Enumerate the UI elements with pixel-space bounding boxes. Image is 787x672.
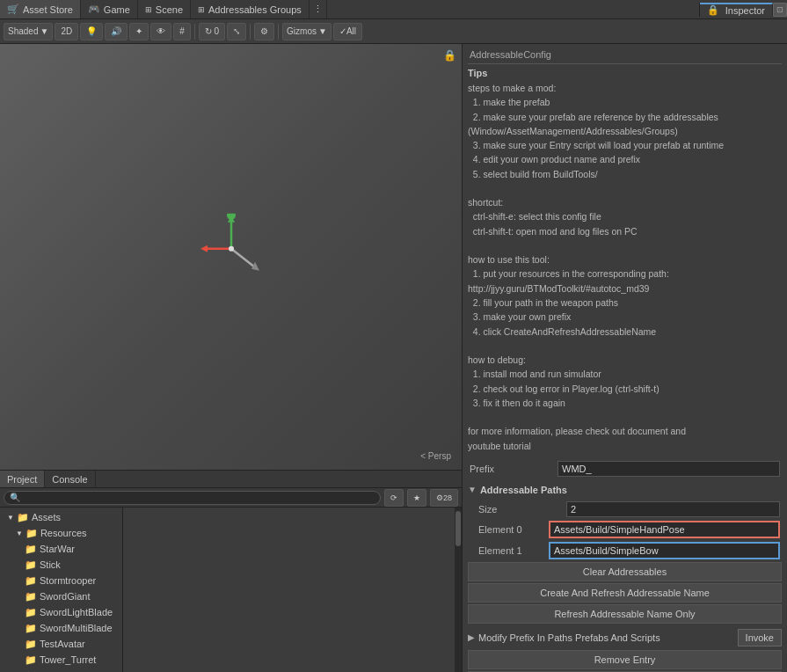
top-menubar: 🛒 Asset Store 🎮 Game ⊞ Scene ⊞ Addressab… <box>0 0 787 19</box>
assets-folder-icon: 📁 <box>17 512 29 523</box>
project-sidebar-scrollbar[interactable] <box>455 508 462 672</box>
shaded-dropdown[interactable]: Shaded ▼ <box>4 23 53 40</box>
folder-ump45[interactable]: 📁 UMP-45 <box>0 668 122 672</box>
addressable-paths-arrow: ▼ <box>468 485 477 494</box>
svg-point-2 <box>227 214 236 220</box>
folder-swordgiant[interactable]: 📁 SwordGiant <box>0 588 122 604</box>
folder-swordlightblade[interactable]: 📁 SwordLightBlade <box>0 604 122 620</box>
light-btn[interactable]: 💡 <box>80 23 103 40</box>
swordgiant-folder-icon: 📁 <box>25 591 37 603</box>
swordlightblade-folder-icon: 📁 <box>25 607 37 618</box>
inspector-lock-icon: 🔒 <box>707 4 719 16</box>
swordmultiblade-folder-icon: 📁 <box>25 623 37 634</box>
console-tab[interactable]: Console <box>45 471 95 487</box>
refresh-addressable-btn[interactable]: Refresh Addressable Name Only <box>468 604 782 624</box>
invoke-btn[interactable]: Invoke <box>738 629 782 646</box>
project-scroll-thumb[interactable] <box>455 511 461 546</box>
addressables-tab[interactable]: ⊞ Addressables Groups <box>191 0 310 18</box>
folder-testavatar[interactable]: 📁 TestAvatar <box>0 636 122 652</box>
search-input[interactable] <box>23 493 375 502</box>
game-tab[interactable]: 🎮 Game <box>81 0 138 18</box>
inspector-maximize-btn[interactable]: ⊡ <box>773 3 787 17</box>
scene-toolbar: Shaded ▼ 2D 💡 🔊 ✦ 👁 # ↻ 0 ⤡ ⚙ Gizmos ▼ ✓… <box>0 19 787 44</box>
modify-arrow-icon: ▶ <box>468 632 475 642</box>
addressable-paths-header[interactable]: ▼ Addressable Paths <box>468 481 782 499</box>
star-btn[interactable]: ★ <box>407 489 426 507</box>
element0-label: Element 0 <box>478 524 549 535</box>
addressables-grid-icon: ⊞ <box>198 5 205 14</box>
game-icon: 🎮 <box>88 4 100 15</box>
chevron-down-icon: ▼ <box>40 26 48 36</box>
tools-btn[interactable]: ⚙ <box>254 23 274 40</box>
project-search-bar: 🔍 ⟳ ★ ⚙ 28 <box>0 488 462 508</box>
inspector-content: AddressableConfig Tips steps to make a m… <box>463 44 787 672</box>
project-sidebar: ▼ 📁 Assets ▼ 📁 Resources 📁 StarWar <box>0 508 123 672</box>
inspector-tab-top[interactable]: 🔒 Inspector <box>700 3 773 16</box>
inspector-asset-header: AddressableConfig <box>468 49 782 64</box>
size-input[interactable] <box>566 501 780 517</box>
audio-btn[interactable]: 🔊 <box>105 23 128 40</box>
all-btn[interactable]: ✓ All <box>333 23 362 40</box>
clear-addressables-btn[interactable]: Clear Addressables <box>468 562 782 581</box>
svg-marker-4 <box>200 245 208 252</box>
prefix-input[interactable] <box>557 461 780 477</box>
scene-tab[interactable]: ⊞ Scene <box>138 0 191 18</box>
persp-label: < Persp <box>420 451 451 461</box>
element1-label: Element 1 <box>478 545 549 556</box>
testavatar-folder-icon: 📁 <box>25 639 37 650</box>
tips-label: Tips <box>468 68 782 78</box>
prefix-label: Prefix <box>470 464 557 474</box>
folder-tower-turret[interactable]: 📁 Tower_Turret <box>0 652 122 668</box>
2d-btn[interactable]: 2D <box>55 23 78 40</box>
expand-icon: ▼ <box>7 514 14 522</box>
gizmos-chevron-icon: ▼ <box>318 26 327 36</box>
scene-view-btn[interactable]: 👁 <box>150 23 171 40</box>
count-btn[interactable]: ⚙ 28 <box>430 489 458 507</box>
stormtrooper-folder-icon: 📁 <box>25 575 37 587</box>
viewport-lock-icon[interactable]: 🔒 <box>443 49 456 62</box>
separator-1 <box>194 24 195 40</box>
stick-folder-icon: 📁 <box>25 559 37 571</box>
modify-prefix-label: Modify Prefix In Paths Prefabs And Scrip… <box>478 632 738 643</box>
refresh-btn[interactable]: ⟳ <box>384 489 404 507</box>
folder-resources[interactable]: ▼ 📁 Resources <box>0 525 122 541</box>
expand-resources-icon: ▼ <box>16 530 23 537</box>
svg-point-7 <box>229 246 234 252</box>
rotate-snap-btn[interactable]: ↻ 0 <box>199 23 225 40</box>
folder-starwar[interactable]: 📁 StarWar <box>0 541 122 557</box>
svg-line-5 <box>231 249 256 268</box>
folder-stormtrooper[interactable]: 📁 Stormtrooper <box>0 573 122 588</box>
element0-field: Element 0 <box>468 520 782 539</box>
folder-swordmultiblade[interactable]: 📁 SwordMultiBlade <box>0 620 122 636</box>
resources-folder-icon: 📁 <box>26 528 38 539</box>
more-tabs-btn[interactable]: ⋮ <box>310 0 327 18</box>
scene-panel: < Persp 🔒 Project Console 🔍 <box>0 44 463 672</box>
scene-viewport[interactable]: < Persp 🔒 <box>0 44 462 470</box>
starwar-folder-icon: 📁 <box>25 544 37 555</box>
grid-btn[interactable]: # <box>173 23 191 40</box>
gizmos-dropdown[interactable]: Gizmos ▼ <box>282 23 332 40</box>
project-tab[interactable]: Project <box>0 471 45 487</box>
size-field: Size <box>468 500 782 518</box>
separator-3 <box>278 24 279 40</box>
separator-2 <box>250 24 251 40</box>
main-content: < Persp 🔒 Project Console 🔍 <box>0 44 787 672</box>
inspector-panel: AddressableConfig Tips steps to make a m… <box>463 44 787 672</box>
project-tabs: Project Console <box>0 471 462 488</box>
create-refresh-addressable-btn[interactable]: Create And Refresh Addressable Name <box>468 583 782 603</box>
element1-input[interactable] <box>549 542 780 559</box>
addressable-paths-title: Addressable Paths <box>480 485 567 495</box>
asset-store-tab[interactable]: 🛒 Asset Store <box>0 0 81 18</box>
search-container[interactable]: 🔍 <box>4 491 381 505</box>
folder-assets[interactable]: ▼ 📁 Assets <box>0 509 122 525</box>
scale-snap-btn[interactable]: ⤡ <box>227 23 246 40</box>
project-main-area[interactable] <box>123 508 455 672</box>
element0-input[interactable] <box>549 521 780 538</box>
remove-entry-btn[interactable]: Remove Entry <box>468 650 782 669</box>
fx-btn[interactable]: ✦ <box>129 23 149 40</box>
scene-gizmo <box>196 214 266 286</box>
modify-prefix-section: ▶ Modify Prefix In Paths Prefabs And Scr… <box>468 627 782 648</box>
project-browser: Project Console 🔍 ⟳ ★ ⚙ 28 <box>0 470 462 672</box>
search-icon: 🔍 <box>10 493 20 502</box>
folder-stick[interactable]: 📁 Stick <box>0 557 122 573</box>
